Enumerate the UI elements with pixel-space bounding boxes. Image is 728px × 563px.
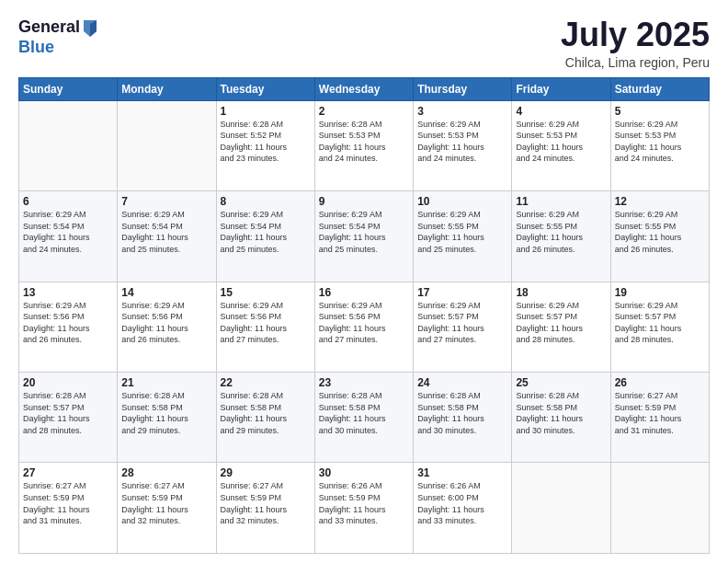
day-number: 18 xyxy=(516,286,606,299)
week-row-1: 1Sunrise: 6:28 AM Sunset: 5:52 PM Daylig… xyxy=(19,100,710,190)
day-info: Sunrise: 6:28 AM Sunset: 5:58 PM Dayligh… xyxy=(516,390,606,436)
day-number: 27 xyxy=(23,466,113,479)
calendar-cell xyxy=(512,463,610,554)
calendar-cell xyxy=(610,463,709,554)
calendar-cell: 31Sunrise: 6:26 AM Sunset: 6:00 PM Dayli… xyxy=(414,463,512,554)
day-number: 21 xyxy=(121,376,211,389)
logo-blue: Blue xyxy=(18,39,98,57)
day-number: 10 xyxy=(417,195,507,208)
day-info: Sunrise: 6:28 AM Sunset: 5:58 PM Dayligh… xyxy=(417,390,507,436)
day-info: Sunrise: 6:28 AM Sunset: 5:52 PM Dayligh… xyxy=(221,119,311,165)
day-info: Sunrise: 6:29 AM Sunset: 5:57 PM Dayligh… xyxy=(615,300,705,346)
calendar-cell: 19Sunrise: 6:29 AM Sunset: 5:57 PM Dayli… xyxy=(610,282,709,372)
calendar-cell: 12Sunrise: 6:29 AM Sunset: 5:55 PM Dayli… xyxy=(610,191,709,282)
calendar-cell: 15Sunrise: 6:29 AM Sunset: 5:56 PM Dayli… xyxy=(216,282,314,372)
calendar-cell: 28Sunrise: 6:27 AM Sunset: 5:59 PM Dayli… xyxy=(118,463,216,554)
calendar-cell: 16Sunrise: 6:29 AM Sunset: 5:56 PM Dayli… xyxy=(314,282,413,372)
day-info: Sunrise: 6:29 AM Sunset: 5:54 PM Dayligh… xyxy=(221,209,311,255)
day-info: Sunrise: 6:28 AM Sunset: 5:58 PM Dayligh… xyxy=(221,390,311,436)
calendar-cell xyxy=(118,100,216,190)
calendar-cell: 22Sunrise: 6:28 AM Sunset: 5:58 PM Dayli… xyxy=(216,373,314,463)
day-number: 2 xyxy=(319,105,409,118)
day-number: 11 xyxy=(516,195,606,208)
day-info: Sunrise: 6:27 AM Sunset: 5:59 PM Dayligh… xyxy=(221,480,311,526)
day-info: Sunrise: 6:28 AM Sunset: 5:53 PM Dayligh… xyxy=(319,119,409,165)
day-number: 15 xyxy=(221,286,311,299)
day-info: Sunrise: 6:29 AM Sunset: 5:56 PM Dayligh… xyxy=(319,300,409,346)
calendar-cell: 8Sunrise: 6:29 AM Sunset: 5:54 PM Daylig… xyxy=(216,191,314,282)
week-row-4: 20Sunrise: 6:28 AM Sunset: 5:57 PM Dayli… xyxy=(19,373,710,463)
col-header-thursday: Thursday xyxy=(414,77,512,100)
day-number: 24 xyxy=(417,376,507,389)
day-info: Sunrise: 6:27 AM Sunset: 5:59 PM Dayligh… xyxy=(615,390,705,436)
day-number: 9 xyxy=(319,195,409,208)
calendar-cell: 23Sunrise: 6:28 AM Sunset: 5:58 PM Dayli… xyxy=(314,373,413,463)
day-info: Sunrise: 6:26 AM Sunset: 6:00 PM Dayligh… xyxy=(417,480,507,526)
day-info: Sunrise: 6:29 AM Sunset: 5:55 PM Dayligh… xyxy=(615,209,705,255)
calendar-cell: 9Sunrise: 6:29 AM Sunset: 5:54 PM Daylig… xyxy=(314,191,413,282)
col-header-saturday: Saturday xyxy=(610,77,709,100)
day-number: 12 xyxy=(615,195,705,208)
calendar-cell: 10Sunrise: 6:29 AM Sunset: 5:55 PM Dayli… xyxy=(414,191,512,282)
day-info: Sunrise: 6:28 AM Sunset: 5:57 PM Dayligh… xyxy=(23,390,113,436)
calendar-cell: 29Sunrise: 6:27 AM Sunset: 5:59 PM Dayli… xyxy=(216,463,314,554)
day-number: 6 xyxy=(23,195,113,208)
day-info: Sunrise: 6:29 AM Sunset: 5:54 PM Dayligh… xyxy=(23,209,113,255)
col-header-sunday: Sunday xyxy=(19,77,118,100)
day-number: 26 xyxy=(615,376,705,389)
day-number: 22 xyxy=(221,376,311,389)
logo-general: General xyxy=(18,18,80,37)
calendar-cell: 7Sunrise: 6:29 AM Sunset: 5:54 PM Daylig… xyxy=(118,191,216,282)
col-header-friday: Friday xyxy=(512,77,610,100)
day-info: Sunrise: 6:29 AM Sunset: 5:55 PM Dayligh… xyxy=(417,209,507,255)
header: General Blue July 2025 Chilca, Lima regi… xyxy=(18,17,710,70)
day-number: 17 xyxy=(417,286,507,299)
day-number: 5 xyxy=(615,105,705,118)
day-number: 25 xyxy=(516,376,606,389)
calendar-cell: 4Sunrise: 6:29 AM Sunset: 5:53 PM Daylig… xyxy=(512,100,610,190)
calendar-header-row: SundayMondayTuesdayWednesdayThursdayFrid… xyxy=(19,77,710,100)
day-info: Sunrise: 6:26 AM Sunset: 5:59 PM Dayligh… xyxy=(319,480,409,526)
day-info: Sunrise: 6:29 AM Sunset: 5:54 PM Dayligh… xyxy=(319,209,409,255)
day-info: Sunrise: 6:29 AM Sunset: 5:53 PM Dayligh… xyxy=(615,119,705,165)
day-number: 20 xyxy=(23,376,113,389)
col-header-tuesday: Tuesday xyxy=(216,77,314,100)
day-number: 28 xyxy=(121,466,211,479)
calendar-cell: 21Sunrise: 6:28 AM Sunset: 5:58 PM Dayli… xyxy=(118,373,216,463)
col-header-wednesday: Wednesday xyxy=(314,77,413,100)
location-subtitle: Chilca, Lima region, Peru xyxy=(561,55,710,70)
day-number: 29 xyxy=(221,466,311,479)
logo-text: General Blue xyxy=(18,17,98,57)
month-title: July 2025 xyxy=(561,17,710,53)
calendar-cell xyxy=(19,100,118,190)
day-number: 14 xyxy=(121,286,211,299)
calendar-cell: 27Sunrise: 6:27 AM Sunset: 5:59 PM Dayli… xyxy=(19,463,118,554)
calendar-cell: 17Sunrise: 6:29 AM Sunset: 5:57 PM Dayli… xyxy=(414,282,512,372)
day-number: 30 xyxy=(319,466,409,479)
day-info: Sunrise: 6:29 AM Sunset: 5:56 PM Dayligh… xyxy=(221,300,311,346)
calendar-cell: 5Sunrise: 6:29 AM Sunset: 5:53 PM Daylig… xyxy=(610,100,709,190)
day-number: 4 xyxy=(516,105,606,118)
calendar-cell: 2Sunrise: 6:28 AM Sunset: 5:53 PM Daylig… xyxy=(314,100,413,190)
day-number: 31 xyxy=(417,466,507,479)
day-info: Sunrise: 6:29 AM Sunset: 5:53 PM Dayligh… xyxy=(417,119,507,165)
logo-icon xyxy=(82,18,98,39)
calendar-cell: 3Sunrise: 6:29 AM Sunset: 5:53 PM Daylig… xyxy=(414,100,512,190)
calendar-cell: 25Sunrise: 6:28 AM Sunset: 5:58 PM Dayli… xyxy=(512,373,610,463)
day-info: Sunrise: 6:29 AM Sunset: 5:56 PM Dayligh… xyxy=(23,300,113,346)
title-block: July 2025 Chilca, Lima region, Peru xyxy=(561,17,710,70)
calendar-cell: 14Sunrise: 6:29 AM Sunset: 5:56 PM Dayli… xyxy=(118,282,216,372)
day-number: 16 xyxy=(319,286,409,299)
day-info: Sunrise: 6:29 AM Sunset: 5:54 PM Dayligh… xyxy=(121,209,211,255)
calendar-cell: 20Sunrise: 6:28 AM Sunset: 5:57 PM Dayli… xyxy=(19,373,118,463)
day-number: 23 xyxy=(319,376,409,389)
calendar-table: SundayMondayTuesdayWednesdayThursdayFrid… xyxy=(18,77,710,554)
day-info: Sunrise: 6:29 AM Sunset: 5:55 PM Dayligh… xyxy=(516,209,606,255)
day-info: Sunrise: 6:29 AM Sunset: 5:53 PM Dayligh… xyxy=(516,119,606,165)
day-info: Sunrise: 6:28 AM Sunset: 5:58 PM Dayligh… xyxy=(121,390,211,436)
calendar-cell: 11Sunrise: 6:29 AM Sunset: 5:55 PM Dayli… xyxy=(512,191,610,282)
day-info: Sunrise: 6:27 AM Sunset: 5:59 PM Dayligh… xyxy=(121,480,211,526)
day-info: Sunrise: 6:29 AM Sunset: 5:56 PM Dayligh… xyxy=(121,300,211,346)
week-row-3: 13Sunrise: 6:29 AM Sunset: 5:56 PM Dayli… xyxy=(19,282,710,372)
day-number: 19 xyxy=(615,286,705,299)
